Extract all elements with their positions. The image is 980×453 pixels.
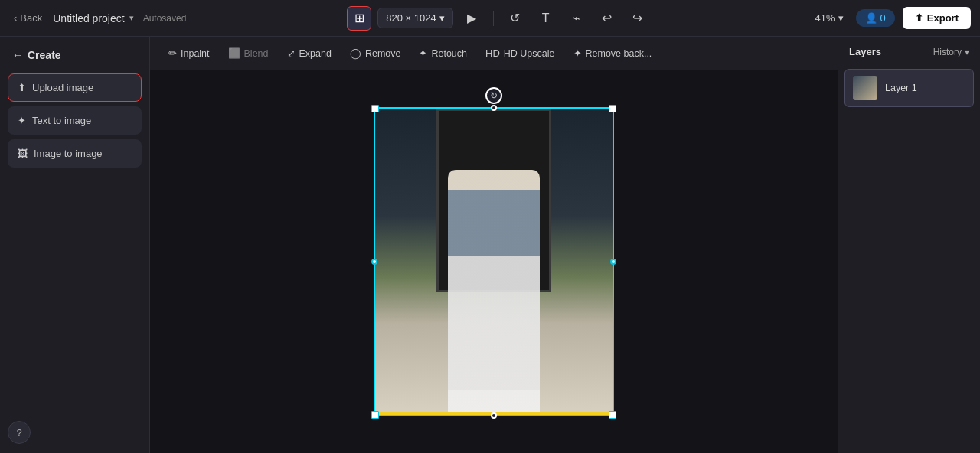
canvas-area: ✏ Inpaint ⬜ Blend ⤢ Expand ◯ Remove ✦ Re… xyxy=(150,37,838,453)
export-button[interactable]: ⬆ Export xyxy=(903,7,971,29)
topbar-center: ⊞ 820 × 1024 ▾ ▶ ↺ T ⌁ ↩ ↪ xyxy=(192,6,804,31)
blend-button[interactable]: ⬜ Blend xyxy=(220,44,276,63)
expand-button[interactable]: ⤢ Expand xyxy=(279,44,339,63)
canvas-viewport[interactable]: ↻ xyxy=(150,70,838,453)
layer-thumbnail xyxy=(853,76,877,100)
project-info: Untitled project ▾ xyxy=(53,12,133,24)
canvas-inner: ↻ xyxy=(374,107,614,416)
image-to-image-label: Image to image xyxy=(34,148,103,159)
undo-button[interactable]: ↩ xyxy=(595,6,619,31)
undo-icon: ↩ xyxy=(602,11,612,25)
rotate-handle[interactable]: ↻ xyxy=(485,87,502,104)
retouch-button[interactable]: ✦ Retouch xyxy=(411,44,475,63)
retouch-icon: ✦ xyxy=(419,47,427,59)
handle-bottom-mid[interactable] xyxy=(491,412,497,419)
canvas-image xyxy=(375,109,612,415)
play-icon: ▶ xyxy=(467,11,476,25)
rotate-left-icon: ↺ xyxy=(510,11,520,25)
topbar: ‹ Back Untitled project ▾ Autosaved ⊞ 82… xyxy=(0,0,980,37)
layer-name: Layer 1 xyxy=(885,83,917,93)
canvas-size-chevron-icon: ▾ xyxy=(439,12,445,24)
handle-bottom-left[interactable] xyxy=(371,411,379,419)
left-sidebar: ← Create ⬆ Upload image ✦ Text to image … xyxy=(0,37,150,453)
export-label: Export xyxy=(927,12,959,24)
sidebar-footer: ? xyxy=(8,421,142,444)
remove-label: Remove xyxy=(365,48,401,59)
layers-title: Layers xyxy=(849,46,881,57)
collab-icon: 👤 xyxy=(865,12,877,24)
crop-icon: ⊞ xyxy=(354,11,364,25)
collaborate-button[interactable]: 👤 0 xyxy=(856,9,895,27)
sidebar-header: ← Create xyxy=(8,46,142,69)
redo-icon: ↪ xyxy=(632,11,642,25)
layers-header: Layers History ▾ xyxy=(838,37,980,64)
link-icon: ⌁ xyxy=(573,11,580,25)
right-sidebar: Layers History ▾ Layer 1 xyxy=(838,37,980,453)
retouch-label: Retouch xyxy=(431,48,467,59)
blend-label: Blend xyxy=(244,48,269,59)
sidebar-title: Create xyxy=(28,49,61,61)
upload-image-label: Upload image xyxy=(32,82,93,93)
upload-image-icon: ⬆ xyxy=(18,82,26,93)
text-to-image-label: Text to image xyxy=(32,115,91,126)
help-icon: ? xyxy=(16,427,21,438)
canvas-size-label: 820 × 1024 xyxy=(386,12,436,24)
remove-icon: ◯ xyxy=(350,47,361,59)
text-to-image-icon: ✦ xyxy=(18,115,26,126)
sidebar-item-image-to-image[interactable]: 🖼 Image to image xyxy=(8,139,142,168)
text-tool-button[interactable]: T xyxy=(534,6,558,31)
topbar-right: 41% ▾ 👤 0 ⬆ Export xyxy=(811,7,971,29)
blend-icon: ⬜ xyxy=(228,47,240,59)
toolbar-divider-1 xyxy=(493,11,494,26)
rotate-left-button[interactable]: ↺ xyxy=(503,6,528,31)
handle-top-left[interactable] xyxy=(371,105,379,112)
sidebar-item-text-to-image[interactable]: ✦ Text to image xyxy=(8,106,142,135)
remove-back-icon: ✦ xyxy=(573,47,582,59)
sidebar-item-upload-image[interactable]: ⬆ Upload image xyxy=(8,73,142,102)
expand-label: Expand xyxy=(299,48,332,59)
redo-button[interactable]: ↪ xyxy=(626,6,650,31)
inpaint-label: Inpaint xyxy=(181,48,210,59)
project-name[interactable]: Untitled project xyxy=(53,12,124,24)
export-icon: ⬆ xyxy=(915,12,923,24)
play-button[interactable]: ▶ xyxy=(459,6,484,31)
main-area: ← Create ⬆ Upload image ✦ Text to image … xyxy=(0,37,980,453)
canvas-size-button[interactable]: 820 × 1024 ▾ xyxy=(377,8,452,28)
history-chevron-icon: ▾ xyxy=(965,47,969,57)
inpaint-icon: ✏ xyxy=(168,47,177,59)
sidebar-back-icon: ← xyxy=(12,49,23,61)
image-to-image-icon: 🖼 xyxy=(18,148,28,159)
history-button[interactable]: History ▾ xyxy=(933,47,969,57)
remove-back-button[interactable]: ✦ Remove back... xyxy=(566,44,660,63)
canvas-image-box[interactable]: ↻ xyxy=(374,107,614,416)
crop-tool-button[interactable]: ⊞ xyxy=(347,6,371,31)
link-tool-button[interactable]: ⌁ xyxy=(564,6,589,31)
history-label: History xyxy=(933,47,962,57)
project-chevron-icon[interactable]: ▾ xyxy=(129,13,134,23)
help-button[interactable]: ? xyxy=(8,421,31,444)
handle-bottom-right[interactable] xyxy=(609,411,616,419)
zoom-level-label: 41% xyxy=(815,12,835,24)
canvas-toolbar: ✏ Inpaint ⬜ Blend ⤢ Expand ◯ Remove ✦ Re… xyxy=(150,37,838,70)
rotate-handle-icon: ↻ xyxy=(490,90,498,101)
hd-upscale-button[interactable]: HD HD Upscale xyxy=(478,44,562,63)
remove-button[interactable]: ◯ Remove xyxy=(342,44,409,63)
autosaved-label: Autosaved xyxy=(143,13,187,24)
handle-mid-left[interactable] xyxy=(371,259,377,265)
text-icon: T xyxy=(542,11,550,25)
figure-element xyxy=(448,170,540,415)
topbar-left: ‹ Back Untitled project ▾ Autosaved xyxy=(9,9,186,27)
layer-item[interactable]: Layer 1 xyxy=(844,69,974,107)
back-label: Back xyxy=(20,12,42,24)
back-icon: ‹ xyxy=(14,12,17,24)
handle-top-right[interactable] xyxy=(609,105,616,112)
zoom-button[interactable]: 41% ▾ xyxy=(811,9,848,27)
hd-upscale-icon: HD xyxy=(485,47,500,59)
handle-mid-right[interactable] xyxy=(610,259,616,265)
back-button[interactable]: ‹ Back xyxy=(9,9,47,27)
hd-upscale-label: HD Upscale xyxy=(504,48,555,59)
remove-back-label: Remove back... xyxy=(586,48,652,59)
handle-top-mid[interactable] xyxy=(491,105,497,111)
inpaint-button[interactable]: ✏ Inpaint xyxy=(161,44,217,63)
collab-count: 0 xyxy=(880,12,886,24)
